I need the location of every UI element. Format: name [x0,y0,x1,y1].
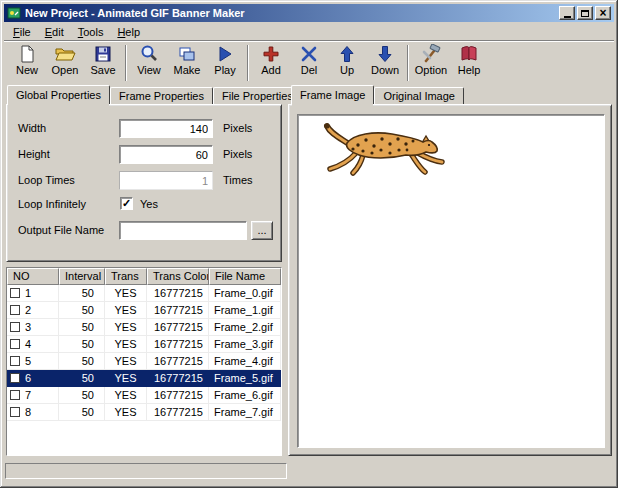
row-checkbox[interactable] [10,305,20,315]
close-button[interactable]: × [595,6,611,20]
table-row[interactable]: 5 50 YES 16777215 Frame_4.gif [7,353,281,370]
table-row[interactable]: 8 50 YES 16777215 Frame_7.gif [7,404,281,421]
global-properties-panel: Width Pixels Height Pixels Loop Times Ti… [6,104,282,262]
column-header-trans[interactable]: Trans [105,268,147,285]
toolbar-separator [247,45,249,81]
menu-bar: File Edit Tools Help [4,23,614,40]
cell-no: 5 [25,355,31,367]
browse-button[interactable]: ... [251,221,273,240]
open-folder-icon [54,44,76,64]
app-icon [7,6,21,20]
cell-no: 2 [25,304,31,316]
output-file-input[interactable] [119,221,247,240]
row-checkbox[interactable] [10,288,20,298]
cell-no: 7 [25,389,31,401]
tab-global-properties[interactable]: Global Properties [7,85,110,104]
make-button[interactable]: Make [168,43,206,83]
save-button[interactable]: Save [84,43,122,83]
column-header-no[interactable]: NO [7,268,59,285]
del-button[interactable]: Del [290,43,328,83]
magnifier-icon [138,44,160,64]
width-row: Width Pixels [7,119,281,139]
table-row[interactable]: 4 50 YES 16777215 Frame_3.gif [7,336,281,353]
cell-interval: 50 [59,285,105,302]
help-button[interactable]: Help [450,43,488,83]
down-button[interactable]: Down [366,43,404,83]
menu-file[interactable]: File [6,24,38,40]
toolbar-separator [125,45,127,81]
cell-interval: 50 [59,302,105,319]
menu-tools[interactable]: Tools [71,24,111,40]
cell-file-name: Frame_0.gif [209,285,281,302]
cell-no: 8 [25,406,31,418]
status-panel [5,463,287,479]
tab-frame-image[interactable]: Frame Image [291,85,374,104]
row-checkbox[interactable] [10,407,20,417]
minimize-button[interactable] [559,6,575,20]
cell-no: 1 [25,287,31,299]
cell-trans: YES [105,387,147,404]
menu-help[interactable]: Help [110,24,147,40]
tab-frame-properties[interactable]: Frame Properties [110,87,213,104]
play-icon [214,44,236,64]
up-button[interactable]: Up [328,43,366,83]
row-checkbox[interactable] [10,373,20,383]
tab-file-properties[interactable]: File Properties [213,87,302,104]
up-arrow-icon [336,44,358,64]
cell-no: 4 [25,338,31,350]
cell-trans-color: 16777215 [147,319,209,336]
column-header-interval[interactable]: Interval [59,268,105,285]
cell-trans-color: 16777215 [147,285,209,302]
table-row-selected[interactable]: 6 50 YES 16777215 Frame_5.gif [7,370,281,387]
row-checkbox[interactable] [10,322,20,332]
maximize-button[interactable] [577,6,593,20]
loop-infinitely-checkbox[interactable] [120,197,133,210]
table-row[interactable]: 2 50 YES 16777215 Frame_1.gif [7,302,281,319]
row-checkbox[interactable] [10,356,20,366]
table-row[interactable]: 3 50 YES 16777215 Frame_2.gif [7,319,281,336]
cell-trans: YES [105,404,147,421]
cell-interval: 50 [59,387,105,404]
title-bar[interactable]: New Project - Animated GIF Banner Maker … [4,4,614,22]
play-button[interactable]: Play [206,43,244,83]
loop-infinitely-row: Loop Infinitely Yes [7,195,281,215]
menu-edit[interactable]: Edit [38,24,71,40]
new-button[interactable]: New [8,43,46,83]
width-unit-label: Pixels [223,122,252,134]
column-header-file-name[interactable]: File Name [209,268,281,285]
cell-file-name: Frame_2.gif [209,319,281,336]
cell-trans-color: 16777215 [147,370,209,387]
option-button[interactable]: Option [412,43,450,83]
table-row[interactable]: 1 50 YES 16777215 Frame_0.gif [7,285,281,302]
cell-interval: 50 [59,404,105,421]
status-bar [4,460,614,482]
left-tab-strip: Global Properties Frame Properties File … [7,85,302,104]
right-tab-strip: Frame Image Original Image [291,85,464,104]
row-checkbox[interactable] [10,339,20,349]
height-input[interactable] [119,145,213,164]
frames-table: NO Interval Trans Trans Color File Name … [6,267,282,456]
height-label: Height [18,148,50,160]
loop-infinitely-label: Loop Infinitely [18,198,86,210]
cell-interval: 50 [59,319,105,336]
view-button[interactable]: View [130,43,168,83]
window-controls: × [559,6,611,20]
tab-original-image[interactable]: Original Image [374,87,464,104]
cell-interval: 50 [59,353,105,370]
table-row[interactable]: 7 50 YES 16777215 Frame_6.gif [7,387,281,404]
cell-trans-color: 16777215 [147,353,209,370]
cell-trans: YES [105,370,147,387]
row-checkbox[interactable] [10,390,20,400]
frame-image-canvas [297,114,605,448]
cell-trans: YES [105,285,147,302]
down-arrow-icon [374,44,396,64]
column-header-trans-color[interactable]: Trans Color [147,268,209,285]
cell-file-name: Frame_3.gif [209,336,281,353]
cell-trans: YES [105,319,147,336]
width-input[interactable] [119,119,213,138]
output-file-row: Output File Name ... [7,221,281,241]
cell-interval: 50 [59,336,105,353]
toolbar: New Open Save View Make [4,41,614,84]
add-button[interactable]: Add [252,43,290,83]
open-button[interactable]: Open [46,43,84,83]
